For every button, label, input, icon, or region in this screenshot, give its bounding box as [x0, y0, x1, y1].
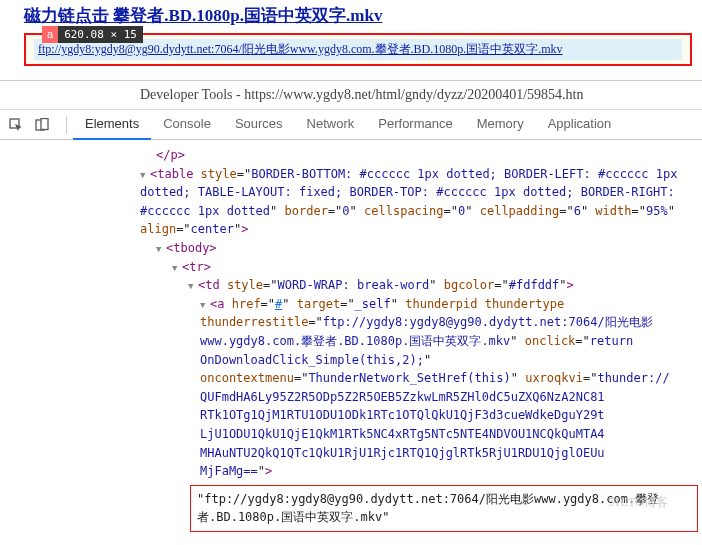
dom-node-tr[interactable]: <tr> — [140, 258, 698, 277]
dom-node-td[interactable]: <td style="WORD-WRAP: break-word" bgcolo… — [140, 276, 698, 295]
tab-application[interactable]: Application — [536, 109, 624, 140]
dom-node-table[interactable]: <table style="BORDER-BOTTOM: #cccccc 1px… — [140, 165, 698, 239]
download-link-title[interactable]: 磁力链点击 攀登者.BD.1080p.国语中英双字.mkv — [24, 4, 692, 27]
tab-sources[interactable]: Sources — [223, 109, 295, 140]
element-dimension-tooltip: a 620.08 × 15 — [42, 26, 143, 43]
devtools-tabs: Elements Console Sources Network Perform… — [73, 109, 623, 140]
devtools-titlebar: Developer Tools - https://www.ygdy8.net/… — [0, 81, 702, 110]
tab-console[interactable]: Console — [151, 109, 223, 140]
dom-node[interactable]: </p> — [140, 146, 698, 165]
devtools-window: Developer Tools - https://www.ygdy8.net/… — [0, 80, 702, 536]
dom-node-tbody[interactable]: <tbody> — [140, 239, 698, 258]
tab-performance[interactable]: Performance — [366, 109, 464, 140]
tab-elements[interactable]: Elements — [73, 109, 151, 140]
device-icon[interactable] — [34, 117, 50, 133]
inspect-icon[interactable] — [8, 117, 24, 133]
svg-rect-2 — [41, 118, 48, 129]
separator — [66, 116, 67, 134]
highlighted-text-node[interactable]: "ftp://ygdy8:ygdy8@yg90.dydytt.net:7064/… — [190, 485, 698, 532]
dom-tree-panel[interactable]: </p> <table style="BORDER-BOTTOM: #ccccc… — [0, 140, 702, 536]
tag-badge: a — [42, 26, 58, 43]
dimension-badge: 620.08 × 15 — [58, 26, 143, 43]
tab-memory[interactable]: Memory — [465, 109, 536, 140]
dom-node-a[interactable]: <a href="#" target="_self" thunderpid th… — [140, 295, 698, 481]
tab-network[interactable]: Network — [295, 109, 367, 140]
page-content: 磁力链点击 攀登者.BD.1080p.国语中英双字.mkv a 620.08 ×… — [0, 0, 702, 80]
devtools-toolbar: Elements Console Sources Network Perform… — [0, 110, 702, 140]
